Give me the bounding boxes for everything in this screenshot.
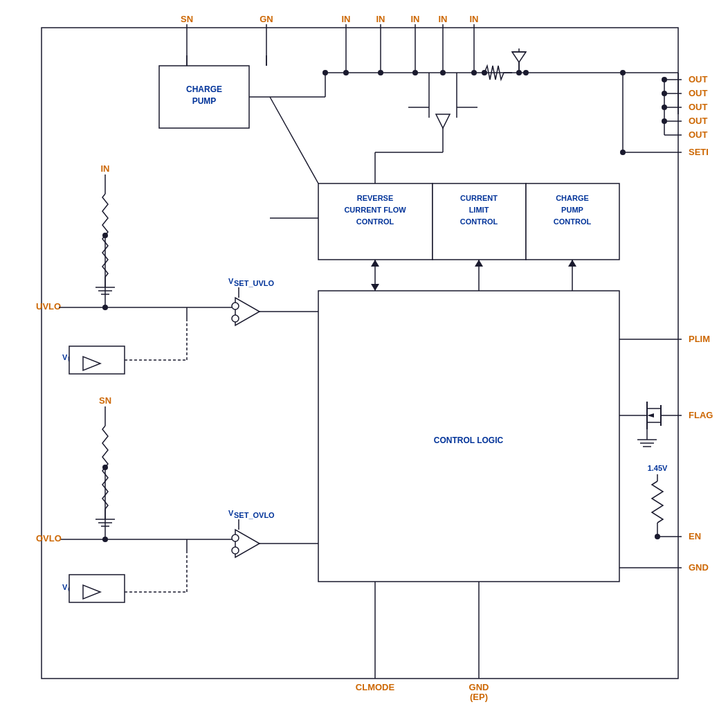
svg-point-21 — [482, 70, 487, 75]
current-limit-label2: LIMIT — [469, 206, 489, 214]
reverse-current-label2: CURRENT FLOW — [344, 206, 406, 214]
svg-point-101 — [232, 535, 239, 541]
svg-point-100 — [232, 547, 239, 554]
charge-pump-label: CHARGE — [186, 84, 222, 94]
charge-pump-ctrl-label1: CHARGE — [556, 194, 589, 202]
current-limit-label3: CONTROL — [460, 217, 498, 226]
svg-point-12 — [440, 70, 446, 75]
svg-text:PUMP: PUMP — [192, 96, 217, 106]
svg-text:SET_UVLO: SET_UVLO — [234, 279, 275, 287]
pin-out4: OUT — [689, 116, 708, 126]
pin-sn-left: SN — [99, 395, 111, 406]
svg-point-49 — [620, 70, 626, 75]
pin-seti: SETI — [689, 147, 709, 157]
pin-sn-top: SN — [181, 14, 193, 24]
pin-in-top5: IN — [470, 14, 479, 24]
charge-pump-ctrl-label3: CONTROL — [554, 217, 592, 226]
pin-en: EN — [689, 531, 701, 541]
pin-in-top2: IN — [376, 14, 385, 24]
svg-point-9 — [343, 70, 349, 75]
pin-in-left: IN — [101, 163, 110, 174]
pin-in-top1: IN — [342, 14, 351, 24]
svg-text:SET_OVLO: SET_OVLO — [234, 511, 275, 519]
charge-pump-ctrl-label2: PUMP — [561, 206, 583, 214]
voltage-1-45: 1.45V — [648, 464, 668, 472]
diagram-container: SN GN IN IN IN IN IN CHARGE PUMP — [0, 0, 728, 709]
svg-point-13 — [471, 70, 477, 75]
control-logic-label: CONTROL LOGIC — [434, 436, 504, 445]
pin-gn-top: GN — [260, 14, 273, 24]
pin-flag: FLAG — [689, 410, 713, 420]
pin-gnd-right: GND — [689, 562, 709, 573]
vset-ovlo-label: V — [228, 509, 234, 517]
vovlo-sel-label: V — [62, 583, 68, 591]
pin-clmode: CLMODE — [356, 682, 395, 692]
pin-in-top3: IN — [411, 14, 420, 24]
pin-out3: OUT — [689, 102, 708, 112]
pin-gnd-ep-1: GND — [469, 682, 489, 692]
pin-out5: OUT — [689, 129, 708, 140]
pin-ovlo: OVLO — [36, 533, 62, 544]
svg-point-77 — [232, 315, 239, 322]
pin-uvlo: UVLO — [36, 301, 61, 312]
svg-point-11 — [412, 70, 418, 75]
pin-in-top4: IN — [439, 14, 448, 24]
svg-point-78 — [232, 303, 239, 309]
pin-gnd-ep-2: (EP) — [470, 692, 488, 702]
current-limit-label1: CURRENT — [460, 194, 498, 202]
reverse-current-label1: REVERSE — [357, 194, 394, 202]
svg-point-34 — [523, 70, 529, 75]
pin-out1: OUT — [689, 74, 708, 84]
pin-out2: OUT — [689, 88, 708, 98]
svg-rect-83 — [69, 346, 125, 374]
reverse-current-label3: CONTROL — [356, 217, 394, 226]
pin-plim: PLIM — [689, 334, 710, 344]
vset-uvlo-label: V — [228, 277, 234, 285]
svg-point-10 — [378, 70, 383, 75]
svg-point-26 — [516, 70, 522, 75]
vuvlo-sel-label: V — [62, 353, 68, 361]
svg-rect-106 — [69, 575, 125, 602]
